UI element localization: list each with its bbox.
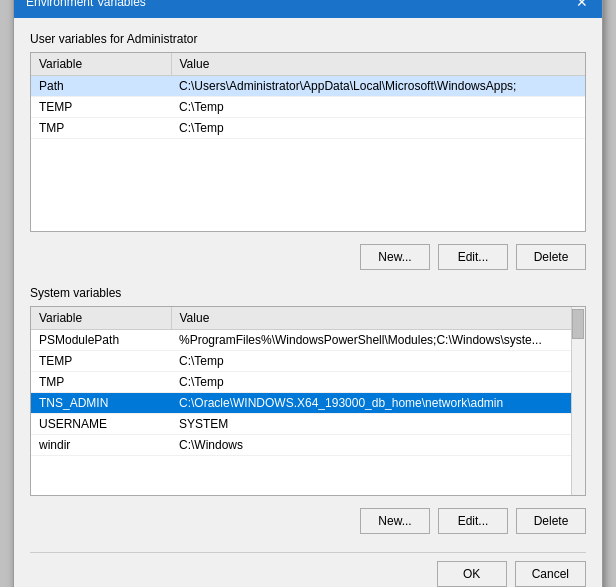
table-row[interactable]: TNS_ADMINC:\Oracle\WINDOWS.X64_193000_db… — [31, 393, 585, 414]
cell-variable: TMP — [31, 372, 171, 393]
cancel-button[interactable]: Cancel — [515, 561, 586, 587]
table-row[interactable]: TMPC:\Temp — [31, 372, 585, 393]
cell-value: C:\Users\Administrator\AppData\Local\Mic… — [171, 76, 585, 97]
user-variables-section: User variables for Administrator Variabl… — [30, 32, 586, 232]
cell-value: SYSTEM — [171, 414, 585, 435]
system-table-header-row: Variable Value — [31, 307, 585, 330]
cell-value: %ProgramFiles%\WindowsPowerShell\Modules… — [171, 330, 585, 351]
table-row[interactable]: PSModulePath%ProgramFiles%\WindowsPowerS… — [31, 330, 585, 351]
cell-value: C:\Temp — [171, 351, 585, 372]
user-section-label: User variables for Administrator — [30, 32, 586, 46]
cell-value: C:\Temp — [171, 97, 585, 118]
environment-variables-dialog: Environment Variables ✕ User variables f… — [13, 0, 603, 587]
system-edit-button[interactable]: Edit... — [438, 508, 508, 534]
ok-button[interactable]: OK — [437, 561, 507, 587]
bottom-buttons: OK Cancel — [14, 553, 602, 587]
cell-variable: PSModulePath — [31, 330, 171, 351]
system-col-variable: Variable — [31, 307, 171, 330]
user-button-row: New... Edit... Delete — [30, 244, 586, 274]
user-table-body: PathC:\Users\Administrator\AppData\Local… — [31, 76, 585, 139]
cell-variable: Path — [31, 76, 171, 97]
user-variables-table-container: Variable Value PathC:\Users\Administrato… — [30, 52, 586, 232]
user-delete-button[interactable]: Delete — [516, 244, 586, 270]
user-variables-table: Variable Value PathC:\Users\Administrato… — [31, 53, 585, 139]
title-bar: Environment Variables ✕ — [14, 0, 602, 18]
system-variables-table: Variable Value PSModulePath%ProgramFiles… — [31, 307, 585, 456]
cell-value: C:\Oracle\WINDOWS.X64_193000_db_home\net… — [171, 393, 585, 414]
system-variables-section: System variables Variable Value PSModule… — [30, 286, 586, 496]
table-row[interactable]: TEMPC:\Temp — [31, 97, 585, 118]
dialog-title: Environment Variables — [26, 0, 146, 9]
cell-value: C:\Windows — [171, 435, 585, 456]
cell-value: C:\Temp — [171, 372, 585, 393]
user-edit-button[interactable]: Edit... — [438, 244, 508, 270]
system-table-body: PSModulePath%ProgramFiles%\WindowsPowerS… — [31, 330, 585, 456]
system-col-value: Value — [171, 307, 585, 330]
system-section-label: System variables — [30, 286, 586, 300]
table-row[interactable]: TEMPC:\Temp — [31, 351, 585, 372]
table-row[interactable]: PathC:\Users\Administrator\AppData\Local… — [31, 76, 585, 97]
system-button-row: New... Edit... Delete — [30, 508, 586, 538]
dialog-content: User variables for Administrator Variabl… — [14, 18, 602, 552]
user-col-value: Value — [171, 53, 585, 76]
cell-variable: TNS_ADMIN — [31, 393, 171, 414]
table-row[interactable]: TMPC:\Temp — [31, 118, 585, 139]
table-row[interactable]: windirC:\Windows — [31, 435, 585, 456]
cell-value: C:\Temp — [171, 118, 585, 139]
user-table-header-row: Variable Value — [31, 53, 585, 76]
close-button[interactable]: ✕ — [574, 0, 590, 10]
cell-variable: TEMP — [31, 97, 171, 118]
cell-variable: TMP — [31, 118, 171, 139]
cell-variable: USERNAME — [31, 414, 171, 435]
cell-variable: windir — [31, 435, 171, 456]
user-new-button[interactable]: New... — [360, 244, 430, 270]
scrollbar-thumb[interactable] — [572, 309, 584, 339]
cell-variable: TEMP — [31, 351, 171, 372]
table-row[interactable]: USERNAMESYSTEM — [31, 414, 585, 435]
scrollbar-track[interactable] — [571, 307, 585, 495]
system-variables-table-container: Variable Value PSModulePath%ProgramFiles… — [30, 306, 586, 496]
system-new-button[interactable]: New... — [360, 508, 430, 534]
system-delete-button[interactable]: Delete — [516, 508, 586, 534]
user-col-variable: Variable — [31, 53, 171, 76]
